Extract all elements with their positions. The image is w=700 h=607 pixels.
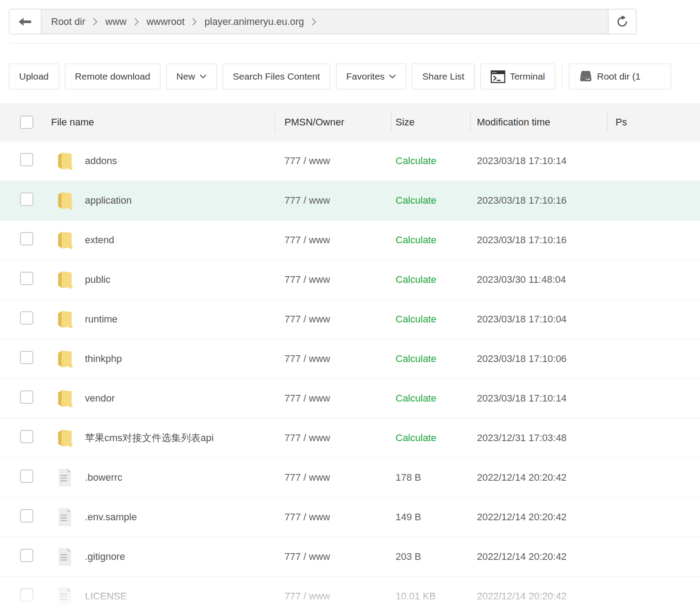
- file-name-link[interactable]: vendor: [85, 393, 115, 404]
- row-checkbox[interactable]: [20, 232, 33, 245]
- file-name-link[interactable]: LICENSE: [85, 591, 127, 602]
- pmsn-owner-value: 777 / www: [275, 314, 391, 325]
- select-all-checkbox[interactable]: [20, 116, 33, 129]
- table-row[interactable]: 苹果cms对接文件选集列表api 777 / www Calculate 202…: [0, 418, 700, 458]
- column-header-file-name[interactable]: File name: [51, 103, 275, 141]
- file-type-icon-slot: [56, 151, 73, 171]
- calculate-size-link[interactable]: Calculate: [396, 155, 436, 166]
- file-type-icon-slot: [56, 349, 73, 369]
- file-name-link[interactable]: extend: [85, 234, 114, 246]
- remote-download-button[interactable]: Remote download: [65, 64, 160, 89]
- chevron-right-icon: [192, 18, 197, 26]
- back-button[interactable]: [9, 9, 41, 34]
- pmsn-owner-value: 777 / www: [275, 274, 391, 285]
- file-type-icon-slot: [56, 191, 73, 210]
- terminal-button[interactable]: Terminal: [480, 64, 555, 89]
- file-type-icon-slot: [56, 389, 73, 408]
- calculate-size-link[interactable]: Calculate: [396, 314, 436, 325]
- file-name-link[interactable]: addons: [85, 155, 117, 167]
- file-icon: [57, 468, 72, 487]
- refresh-button[interactable]: [608, 9, 636, 34]
- table-row[interactable]: thinkphp 777 / www Calculate 2023/03/18 …: [0, 339, 700, 379]
- calculate-size-link[interactable]: Calculate: [396, 274, 436, 285]
- row-checkbox[interactable]: [20, 470, 33, 483]
- breadcrumb-item[interactable]: Root dir: [51, 16, 85, 28]
- table-row[interactable]: public 777 / www Calculate 2023/03/30 11…: [0, 260, 700, 300]
- file-icon: [57, 508, 72, 527]
- new-button[interactable]: New: [166, 64, 217, 89]
- file-name-link[interactable]: application: [85, 195, 132, 206]
- folder-icon: [56, 349, 73, 369]
- file-name-link[interactable]: .env.sample: [85, 511, 137, 523]
- pmsn-owner-value: 777 / www: [275, 195, 391, 206]
- table-row[interactable]: extend 777 / www Calculate 2023/03/18 17…: [0, 221, 700, 260]
- row-checkbox[interactable]: [20, 311, 33, 325]
- file-type-icon-slot: [56, 270, 73, 289]
- chevron-down-icon: [200, 74, 207, 79]
- terminal-icon: [491, 70, 505, 83]
- path-bar: Root dir www wwwroot player.animeryu.eu.…: [9, 9, 636, 34]
- breadcrumb-item[interactable]: player.animeryu.eu.org: [204, 16, 304, 28]
- calculate-size-link[interactable]: Calculate: [396, 234, 436, 245]
- column-header-ps[interactable]: Ps: [607, 103, 700, 141]
- modification-time-value: 2023/03/18 17:10:14: [470, 155, 607, 167]
- modification-time-value: 2022/12/14 20:20:42: [470, 551, 607, 563]
- remote-download-label: Remote download: [75, 71, 150, 82]
- file-name-link[interactable]: runtime: [85, 314, 117, 325]
- favorites-label: Favorites: [346, 71, 384, 82]
- file-name-link[interactable]: 苹果cms对接文件选集列表api: [85, 431, 214, 445]
- row-checkbox[interactable]: [20, 272, 33, 285]
- file-name-link[interactable]: public: [85, 274, 110, 285]
- file-name-link[interactable]: .bowerrc: [85, 472, 122, 483]
- table-row[interactable]: LICENSE 777 / www 10.01 KB 2022/12/14 20…: [0, 577, 700, 607]
- size-value: 203 B: [396, 551, 421, 562]
- modification-time-value: 2023/03/18 17:10:16: [470, 195, 607, 206]
- file-type-icon-slot: [56, 508, 73, 527]
- size-value: 178 B: [396, 472, 421, 483]
- root-dir-button[interactable]: Root dir (1: [569, 64, 671, 89]
- table-row[interactable]: runtime 777 / www Calculate 2023/03/18 1…: [0, 300, 700, 339]
- calculate-size-link[interactable]: Calculate: [396, 195, 436, 206]
- row-checkbox[interactable]: [20, 588, 33, 602]
- row-checkbox[interactable]: [20, 351, 33, 364]
- modification-time-value: 2023/12/31 17:03:48: [470, 432, 607, 444]
- modification-time-value: 2023/03/18 17:10:14: [470, 393, 607, 404]
- column-header-pmsn-owner[interactable]: PMSN/Owner: [275, 103, 391, 141]
- folder-icon: [56, 270, 73, 289]
- chevron-right-icon: [134, 18, 139, 26]
- row-checkbox[interactable]: [20, 549, 33, 562]
- column-header-modification-time[interactable]: Modification time: [470, 103, 607, 141]
- table-row[interactable]: .gitignore 777 / www 203 B 2022/12/14 20…: [0, 537, 700, 577]
- row-checkbox[interactable]: [20, 390, 33, 404]
- table-row[interactable]: .bowerrc 777 / www 178 B 2022/12/14 20:2…: [0, 458, 700, 498]
- row-checkbox[interactable]: [20, 153, 33, 166]
- search-files-content-label: Search Files Content: [233, 71, 320, 82]
- row-checkbox[interactable]: [20, 509, 33, 523]
- folder-icon: [56, 310, 73, 329]
- table-row[interactable]: addons 777 / www Calculate 2023/03/18 17…: [0, 141, 700, 181]
- table-row[interactable]: vendor 777 / www Calculate 2023/03/18 17…: [0, 379, 700, 418]
- favorites-button[interactable]: Favorites: [336, 64, 406, 89]
- search-files-content-button[interactable]: Search Files Content: [223, 64, 330, 89]
- folder-icon: [56, 230, 73, 250]
- file-name-link[interactable]: .gitignore: [85, 551, 125, 563]
- calculate-size-link[interactable]: Calculate: [396, 393, 436, 404]
- row-checkbox[interactable]: [20, 430, 33, 443]
- calculate-size-link[interactable]: Calculate: [396, 432, 436, 443]
- modification-time-value: 2023/03/18 17:10:16: [470, 234, 607, 246]
- table-row[interactable]: .env.sample 777 / www 149 B 2022/12/14 2…: [0, 498, 700, 537]
- folder-icon: [56, 428, 73, 448]
- folder-icon: [56, 389, 73, 408]
- breadcrumb-item[interactable]: www: [105, 16, 127, 28]
- breadcrumb-item[interactable]: wwwroot: [147, 16, 185, 28]
- calculate-size-link[interactable]: Calculate: [396, 353, 436, 364]
- upload-button[interactable]: Upload: [9, 64, 59, 89]
- share-list-label: Share List: [422, 71, 464, 82]
- file-name-link[interactable]: thinkphp: [85, 353, 122, 365]
- row-checkbox[interactable]: [20, 193, 33, 206]
- chevron-right-icon: [312, 18, 316, 26]
- breadcrumb: Root dir www wwwroot player.animeryu.eu.…: [41, 9, 608, 34]
- column-header-size[interactable]: Size: [391, 103, 470, 141]
- table-row[interactable]: application 777 / www Calculate 2023/03/…: [0, 181, 700, 221]
- share-list-button[interactable]: Share List: [412, 64, 475, 89]
